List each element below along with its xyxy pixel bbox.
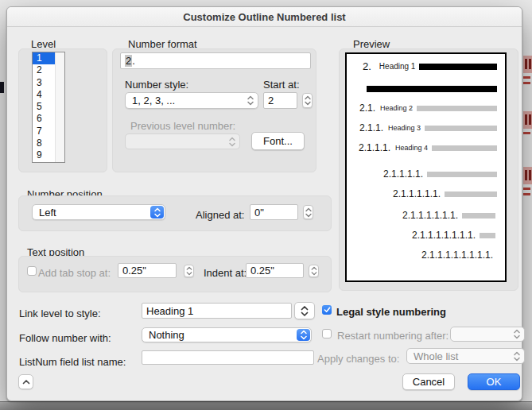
- level-item[interactable]: 8: [33, 137, 55, 149]
- link-level-label: Link level to style:: [19, 308, 101, 319]
- chevron-updown-icon: [225, 135, 239, 148]
- aligned-at-input[interactable]: [250, 204, 298, 220]
- preview-bar: [462, 213, 495, 219]
- link-level-stepper[interactable]: [294, 302, 315, 319]
- level-item[interactable]: 1: [33, 52, 55, 64]
- add-tab-stop-label: Add tab stop at:: [38, 267, 111, 279]
- preview-number: 2.1.1.1.1.1.: [393, 188, 441, 199]
- preview-bar: [432, 145, 497, 151]
- aligned-at-stepper[interactable]: [303, 205, 313, 219]
- number-format-input[interactable]: 2.: [120, 52, 311, 69]
- checkmark-icon: [324, 307, 331, 313]
- ok-button[interactable]: OK: [468, 373, 520, 390]
- chevron-updown-icon: [243, 94, 257, 107]
- collapse-button[interactable]: [18, 374, 33, 389]
- level-listbox[interactable]: 1 2 3 4 5 6 7 8 9: [32, 52, 65, 163]
- chevron-updown-icon: [297, 329, 310, 341]
- level-item[interactable]: 6: [33, 113, 55, 125]
- start-at-label: Start at:: [263, 79, 300, 91]
- start-at-input[interactable]: [263, 92, 297, 109]
- restart-numbering-dropdown: [450, 327, 525, 342]
- chevron-updown-icon: [510, 328, 523, 340]
- preview-bar: [427, 172, 497, 177]
- number-style-label: Number style:: [125, 79, 188, 91]
- background-document-fragment: [0, 82, 4, 93]
- legal-style-label: Legal style numbering: [336, 306, 446, 318]
- level-item[interactable]: 7: [33, 126, 55, 137]
- restart-numbering-checkbox[interactable]: [322, 329, 332, 338]
- dialog-titlebar[interactable]: Customize Outline Numbered list: [7, 7, 522, 27]
- previous-level-label: Previous level number:: [130, 120, 235, 132]
- preview-row: [347, 86, 505, 92]
- indent-at-label: Indent at:: [204, 267, 247, 279]
- follow-number-value: Nothing: [149, 329, 184, 341]
- aligned-at-label: Aligned at:: [196, 209, 244, 221]
- preview-row: 2.1. Heading 2: [347, 102, 505, 114]
- font-button[interactable]: Font...: [251, 132, 305, 150]
- restart-numbering-label: Restart numbering after:: [337, 330, 449, 342]
- level-item[interactable]: 4: [33, 89, 55, 101]
- level-item[interactable]: 2: [33, 64, 55, 76]
- cancel-button[interactable]: Cancel: [402, 373, 455, 390]
- tab-stop-input[interactable]: [118, 263, 177, 278]
- start-at-stepper[interactable]: [302, 93, 313, 108]
- preview-heading: Heading 1: [379, 62, 416, 71]
- apply-changes-value: Whole list: [414, 350, 458, 362]
- preview-number: 2.1.1.1.1.: [383, 168, 423, 180]
- preview-row: 2.1.1.1.1.1.1.: [347, 210, 505, 221]
- number-style-value: 1, 2, 3, ...: [132, 95, 175, 106]
- preview-bar: [480, 233, 495, 238]
- chevron-updown-icon: [510, 350, 523, 362]
- level-item[interactable]: 5: [33, 101, 55, 113]
- number-position-value: Left: [39, 207, 56, 219]
- preview-row: 2.1.1.1.1.: [347, 168, 505, 180]
- preview-bar: [445, 191, 497, 197]
- preview-row: 2.1.1.1.1.1.1.1.1.: [347, 249, 505, 261]
- preview-bar: [367, 86, 497, 92]
- preview-heading: Heading 2: [380, 104, 413, 112]
- indent-at-input[interactable]: [246, 263, 304, 278]
- link-level-input[interactable]: [142, 303, 292, 319]
- preview-bar: [425, 126, 497, 131]
- indent-at-stepper[interactable]: [309, 265, 319, 277]
- chevron-updown-icon: [150, 206, 164, 219]
- apply-changes-label: Apply changes to:: [317, 353, 399, 365]
- add-tab-stop-checkbox[interactable]: [27, 266, 37, 276]
- background-document-fragment: [523, 56, 532, 84]
- preview-row: 2.1.1. Heading 3: [347, 122, 505, 133]
- preview-number: 2.1.1.1.1.1.1.: [402, 210, 458, 221]
- background-document-fragment: [523, 167, 532, 195]
- preview-row: 2.1.1.1.1.1.1.1.: [347, 230, 505, 241]
- preview-row: 2. Heading 1: [347, 60, 505, 72]
- preview-number: 2.1.: [359, 102, 375, 114]
- tab-stop-stepper[interactable]: [184, 265, 194, 277]
- preview-number: 2.: [363, 60, 371, 72]
- apply-changes-dropdown[interactable]: Whole list: [406, 348, 525, 364]
- legal-style-checkbox[interactable]: [322, 305, 332, 315]
- preview-number: 2.1.1.1.1.1.1.1.1.: [421, 249, 493, 261]
- level-scrollbar-track[interactable]: [55, 52, 64, 162]
- preview-heading: Heading 3: [388, 124, 421, 132]
- preview-box: 2. Heading 1 2.1. Heading 2 2.1.1. Headi…: [345, 52, 507, 282]
- level-item[interactable]: 9: [33, 149, 55, 161]
- number-style-dropdown[interactable]: 1, 2, 3, ...: [125, 92, 258, 109]
- preview-heading: Heading 4: [395, 144, 428, 152]
- listnum-label: ListNum field list name:: [19, 356, 126, 368]
- preview-number: 2.1.1.1.: [359, 142, 390, 153]
- background-window-edge: [0, 401, 532, 410]
- follow-number-label: Follow number with:: [19, 332, 111, 344]
- listnum-input[interactable]: [142, 350, 314, 365]
- number-position-dropdown[interactable]: Left: [32, 204, 165, 220]
- preview-row: 2.1.1.1. Heading 4: [347, 142, 505, 153]
- previous-level-dropdown: [125, 133, 240, 149]
- number-format-selected-text: 2: [125, 55, 132, 67]
- follow-number-dropdown[interactable]: Nothing: [142, 327, 312, 342]
- screen: Customize Outline Numbered list Level 1 …: [0, 0, 532, 410]
- background-document-fragment: [523, 111, 532, 134]
- preview-bar: [419, 64, 497, 70]
- dialog-title: Customize Outline Numbered list: [183, 11, 345, 23]
- level-item[interactable]: 3: [33, 77, 55, 89]
- preview-number: 2.1.1.1.1.1.1.1.: [412, 230, 476, 241]
- preview-row: 2.1.1.1.1.1.: [347, 188, 505, 199]
- dialog-customize-outline-numbered-list: Customize Outline Numbered list Level 1 …: [6, 6, 522, 401]
